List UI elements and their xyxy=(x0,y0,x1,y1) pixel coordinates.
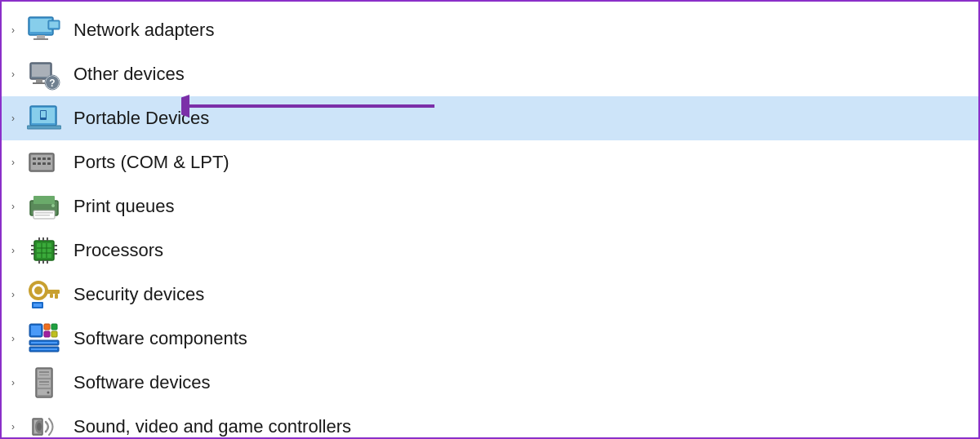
svg-rect-45 xyxy=(31,253,34,255)
svg-rect-69 xyxy=(31,342,57,344)
chevron-icon: › xyxy=(5,198,21,215)
svg-rect-29 xyxy=(42,162,46,165)
list-item-software-devices[interactable]: › Software devices xyxy=(2,361,978,405)
list-item-sound-video[interactable]: › Sound, video and game controllers xyxy=(2,405,978,439)
list-item-network-adapters[interactable]: › Network adapters xyxy=(2,8,978,52)
security-devices-icon xyxy=(23,277,65,312)
svg-rect-53 xyxy=(42,260,44,264)
svg-rect-35 xyxy=(35,215,50,216)
list-item-processors[interactable]: › xyxy=(2,228,978,273)
chevron-icon: › xyxy=(5,154,21,171)
svg-rect-46 xyxy=(54,245,57,246)
svg-rect-52 xyxy=(38,260,40,264)
svg-rect-49 xyxy=(38,237,40,241)
svg-rect-27 xyxy=(33,162,36,165)
svg-rect-30 xyxy=(47,162,51,165)
sound-video-label: Sound, video and game controllers xyxy=(74,416,351,437)
svg-rect-8 xyxy=(36,79,42,82)
svg-rect-23 xyxy=(33,157,36,160)
svg-point-84 xyxy=(37,423,42,431)
processors-label: Processors xyxy=(74,240,163,261)
chevron-icon: › xyxy=(5,286,21,303)
svg-rect-7 xyxy=(32,64,50,77)
svg-text:?: ? xyxy=(49,78,55,89)
device-manager-list: › Network adapters › xyxy=(2,2,978,439)
annotation-arrow xyxy=(181,90,443,131)
svg-point-36 xyxy=(51,204,55,207)
chevron-icon: › xyxy=(5,110,21,126)
svg-point-80 xyxy=(47,392,50,394)
svg-rect-48 xyxy=(54,253,57,255)
list-item-security-devices[interactable]: › Security devices xyxy=(2,273,978,317)
svg-rect-66 xyxy=(44,331,50,337)
network-adapters-label: Network adapters xyxy=(74,20,214,41)
svg-rect-43 xyxy=(31,245,34,246)
ports-label: Ports (COM & LPT) xyxy=(74,152,229,173)
software-components-icon xyxy=(23,321,65,356)
list-item-ports[interactable]: › Ports (COM & LPT) xyxy=(2,140,978,184)
svg-rect-64 xyxy=(44,324,50,330)
software-devices-label: Software devices xyxy=(74,372,211,393)
svg-rect-5 xyxy=(50,22,59,29)
other-devices-icon: ? xyxy=(23,57,65,91)
portable-devices-label: Portable Devices xyxy=(74,108,209,129)
software-devices-icon xyxy=(23,366,65,400)
svg-rect-77 xyxy=(39,375,49,375)
svg-rect-58 xyxy=(55,294,58,299)
svg-rect-51 xyxy=(47,237,48,241)
svg-rect-24 xyxy=(38,157,41,160)
list-item-software-components[interactable]: › Software components xyxy=(2,317,978,361)
svg-rect-65 xyxy=(51,324,57,330)
chevron-icon: › xyxy=(5,242,21,259)
svg-rect-26 xyxy=(47,157,51,160)
svg-rect-50 xyxy=(42,237,44,241)
portable-devices-icon xyxy=(23,101,65,135)
svg-rect-25 xyxy=(42,157,46,160)
svg-rect-59 xyxy=(50,294,53,298)
svg-rect-44 xyxy=(31,249,34,251)
svg-rect-28 xyxy=(38,162,41,165)
list-item-print-queues[interactable]: › Print queues xyxy=(2,184,978,228)
svg-rect-73 xyxy=(38,370,51,378)
svg-rect-76 xyxy=(39,371,49,373)
svg-rect-67 xyxy=(51,331,57,337)
svg-rect-15 xyxy=(27,126,61,129)
list-item-portable-devices[interactable]: › Portable Devices xyxy=(2,96,978,140)
svg-rect-71 xyxy=(31,348,57,350)
security-devices-label: Security devices xyxy=(74,284,204,305)
svg-rect-17 xyxy=(41,111,46,118)
software-components-label: Software components xyxy=(74,328,247,349)
svg-rect-63 xyxy=(31,326,41,335)
chevron-icon: › xyxy=(5,375,21,391)
svg-rect-78 xyxy=(39,381,49,383)
chevron-icon: › xyxy=(5,66,21,82)
chevron-icon: › xyxy=(5,419,21,435)
svg-rect-2 xyxy=(37,35,45,38)
chevron-icon: › xyxy=(5,330,21,347)
svg-rect-79 xyxy=(39,384,49,385)
processors-icon xyxy=(23,233,65,268)
other-devices-label: Other devices xyxy=(74,64,185,85)
network-adapters-icon xyxy=(23,13,65,47)
ports-icon xyxy=(23,145,65,180)
svg-rect-9 xyxy=(33,82,46,84)
svg-rect-32 xyxy=(33,196,55,204)
sound-video-icon xyxy=(23,410,65,439)
svg-rect-74 xyxy=(38,379,51,388)
svg-rect-38 xyxy=(37,243,51,258)
svg-rect-47 xyxy=(54,249,57,251)
svg-rect-57 xyxy=(45,290,60,294)
svg-rect-3 xyxy=(33,38,48,40)
chevron-icon: › xyxy=(5,22,21,38)
list-item-other-devices[interactable]: › ? Other devices xyxy=(2,52,978,96)
svg-rect-18 xyxy=(42,118,45,119)
print-queues-label: Print queues xyxy=(74,196,175,217)
svg-rect-61 xyxy=(33,304,42,307)
svg-point-56 xyxy=(34,286,42,295)
svg-rect-54 xyxy=(47,260,48,264)
svg-rect-34 xyxy=(35,212,53,214)
print-queues-icon xyxy=(23,189,65,224)
